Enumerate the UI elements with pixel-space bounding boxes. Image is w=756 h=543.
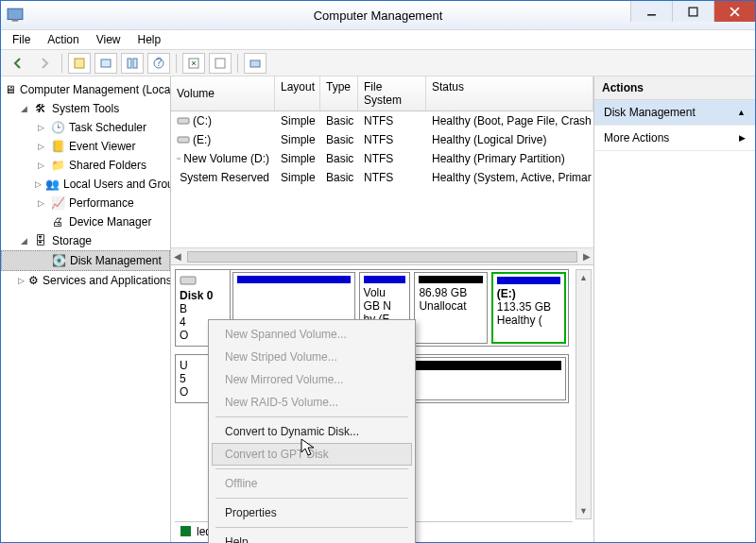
volume-row[interactable]: System Reserved Simple Basic NTFS Health… xyxy=(171,168,593,187)
svg-rect-9 xyxy=(133,59,137,68)
close-button[interactable] xyxy=(713,1,755,22)
v-scrollbar[interactable]: ▲▼ xyxy=(576,269,592,519)
tree-shared[interactable]: ▷📁Shared Folders xyxy=(1,156,170,175)
actions-title-row[interactable]: Disk Management▲ xyxy=(594,100,755,126)
col-volume[interactable]: Volume xyxy=(171,76,275,110)
cell: Healthy (Primary Partition) xyxy=(426,151,593,166)
tree-users[interactable]: ▷👥Local Users and Groups xyxy=(1,175,170,194)
col-type[interactable]: Type xyxy=(320,76,358,110)
svg-rect-3 xyxy=(689,8,697,16)
part-text: (E:) xyxy=(497,287,560,300)
tree-event[interactable]: ▷📒Event Viewer xyxy=(1,137,170,156)
menu-convert-dynamic[interactable]: Convert to Dynamic Disk... xyxy=(212,420,412,443)
toolbar-icon-2[interactable] xyxy=(94,53,117,74)
cell: Healthy (Logical Drive) xyxy=(426,132,593,147)
expand-icon[interactable]: ▷ xyxy=(35,178,42,190)
actions-pane: Actions Disk Management▲ More Actions▶ xyxy=(594,76,755,542)
svg-rect-7 xyxy=(101,59,111,67)
storage-icon: 🗄 xyxy=(33,233,48,248)
toolbar-icon-1[interactable] xyxy=(68,53,91,74)
svg-rect-6 xyxy=(75,59,84,68)
scroll-up-icon[interactable]: ▲ xyxy=(576,270,591,285)
col-status[interactable]: Status xyxy=(426,76,593,110)
h-scrollbar[interactable]: ◀▶ xyxy=(171,247,593,264)
tree-label: Services and Applications xyxy=(43,274,171,287)
refresh-icon[interactable] xyxy=(182,53,205,74)
tree-root[interactable]: 🖥Computer Management (Local xyxy=(1,80,170,99)
scroll-down-icon[interactable]: ▼ xyxy=(576,503,591,518)
part-text: GB N xyxy=(364,299,406,313)
more-actions[interactable]: More Actions▶ xyxy=(594,126,755,151)
tree-label: Local Users and Groups xyxy=(63,178,171,191)
partition-unallocated[interactable]: 86.98 GBUnallocat xyxy=(414,272,487,344)
list-header[interactable]: Volume Layout Type File System Status xyxy=(171,76,593,111)
nav-tree[interactable]: 🖥Computer Management (Local ◢🛠System Too… xyxy=(1,76,171,542)
expand-icon[interactable]: ▷ xyxy=(35,197,46,209)
scroll-thumb[interactable] xyxy=(187,251,577,263)
expand-icon[interactable]: ▷ xyxy=(18,275,25,286)
menu-properties[interactable]: Properties xyxy=(212,501,412,524)
actions-label: More Actions xyxy=(604,131,669,144)
tree-systools[interactable]: ◢🛠System Tools xyxy=(1,99,170,118)
cell: Simple xyxy=(275,151,320,166)
scroll-right-icon[interactable]: ▶ xyxy=(583,251,591,262)
volume-row[interactable]: New Volume (D:) Simple Basic NTFS Health… xyxy=(171,149,593,168)
part-text: Unallocat xyxy=(419,299,482,313)
scroll-left-icon[interactable]: ◀ xyxy=(174,251,181,262)
perf-icon: 📈 xyxy=(50,195,65,211)
svg-rect-17 xyxy=(177,158,180,160)
menu-help[interactable]: Help xyxy=(212,531,412,543)
toolbar: ? xyxy=(1,50,755,76)
cell: Basic xyxy=(320,132,358,147)
expand-icon[interactable]: ▷ xyxy=(35,160,46,171)
forward-button[interactable] xyxy=(33,53,56,74)
expand-icon[interactable]: ▷ xyxy=(35,122,46,133)
cell: Simple xyxy=(275,170,320,185)
collapse-icon[interactable]: ◢ xyxy=(18,103,29,114)
maximize-button[interactable] xyxy=(672,1,713,22)
disk-icon xyxy=(180,274,197,287)
tree-task[interactable]: ▷🕒Task Scheduler xyxy=(1,118,170,137)
tree-perf[interactable]: ▷📈Performance xyxy=(1,194,170,212)
collapse-icon[interactable]: ◢ xyxy=(18,235,29,246)
col-filesystem[interactable]: File System xyxy=(358,76,426,110)
minimize-button[interactable] xyxy=(630,1,672,22)
menu-file[interactable]: File xyxy=(5,31,38,48)
col-layout[interactable]: Layout xyxy=(275,76,320,110)
toolbar-icon-3[interactable] xyxy=(121,53,144,74)
svg-text:?: ? xyxy=(156,57,163,69)
tree-services[interactable]: ▷⚙Services and Applications xyxy=(1,271,170,290)
volume-row[interactable]: (C:) Simple Basic NTFS Healthy (Boot, Pa… xyxy=(171,111,593,130)
disk-icon: 💽 xyxy=(51,253,66,268)
volume-row[interactable]: (E:) Simple Basic NTFS Healthy (Logical … xyxy=(171,130,593,149)
cell: (C:) xyxy=(193,114,212,127)
disk-meta: B xyxy=(180,302,226,315)
tree-diskmgmt[interactable]: 💽Disk Management xyxy=(1,250,170,271)
svg-rect-16 xyxy=(178,137,189,143)
drive-icon xyxy=(177,115,190,127)
toolbar-icon-last[interactable] xyxy=(244,53,266,74)
tree-storage[interactable]: ◢🗄Storage xyxy=(1,231,170,250)
help-icon[interactable]: ? xyxy=(147,53,170,74)
event-icon: 📒 xyxy=(50,139,65,154)
menu-view[interactable]: View xyxy=(89,31,129,48)
svg-rect-14 xyxy=(250,60,260,67)
titlebar: Computer Management xyxy=(1,1,755,29)
settings-icon[interactable] xyxy=(209,53,232,74)
legend-swatch xyxy=(180,526,191,536)
cell: Basic xyxy=(320,170,358,185)
collapse-icon[interactable]: ▲ xyxy=(737,108,746,117)
menu-convert-gpt: Convert to GPT Disk xyxy=(212,443,412,466)
back-button[interactable] xyxy=(7,53,29,74)
menu-help[interactable]: Help xyxy=(130,31,169,48)
actions-title: Disk Management xyxy=(604,106,696,119)
tree-devmgr[interactable]: 🖨Device Manager xyxy=(1,212,170,231)
part-text: 113.35 GB xyxy=(497,300,560,314)
partition-selected[interactable]: (E:)113.35 GBHealthy ( xyxy=(491,272,566,344)
tree-label: Event Viewer xyxy=(69,140,135,153)
tree-label: Disk Management xyxy=(70,254,162,267)
menu-action[interactable]: Action xyxy=(40,31,86,48)
expand-icon[interactable]: ▷ xyxy=(35,141,46,152)
svg-rect-8 xyxy=(128,59,131,68)
tree-label: Storage xyxy=(52,234,92,247)
